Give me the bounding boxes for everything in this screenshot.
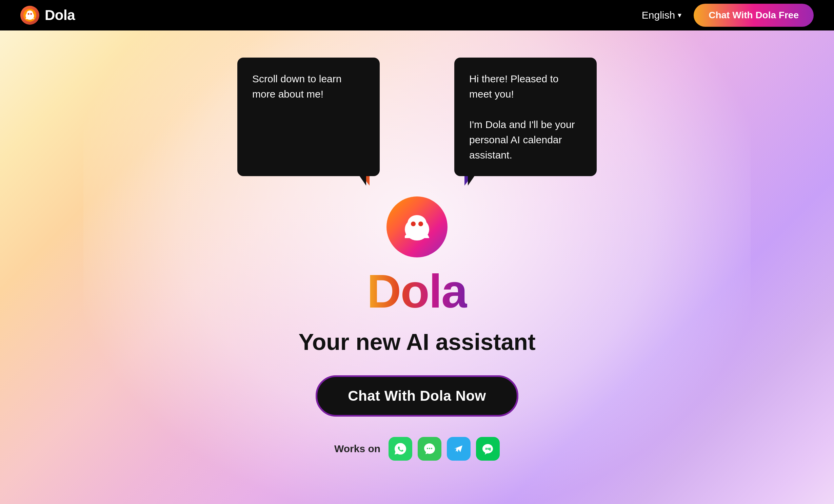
svg-point-8: [418, 222, 423, 226]
svg-point-4: [30, 13, 32, 15]
brand-name-nav: Dola: [45, 7, 75, 23]
svg-point-6: [408, 215, 426, 231]
svg-point-11: [431, 448, 432, 449]
right-bubble-text-line1: Hi there! Pleased to meet you!: [469, 73, 558, 100]
navbar-logo: Dola: [20, 6, 75, 25]
hero-tagline: Your new AI assistant: [298, 329, 535, 355]
works-on-row: Works on: [334, 437, 500, 461]
hero-center: Dola Your new AI assistant Chat With Dol…: [298, 196, 535, 461]
works-on-label: Works on: [334, 443, 380, 455]
svg-point-3: [28, 13, 29, 15]
chat-with-dola-hero-button[interactable]: Chat With Dola Now: [316, 375, 518, 417]
imessage-icon: [418, 437, 441, 461]
logo-icon: [20, 6, 39, 25]
whatsapp-icon: [389, 437, 412, 461]
chevron-down-icon: ▾: [678, 11, 681, 20]
navbar-right: English ▾ Chat With Dola Free: [642, 4, 814, 27]
svg-point-10: [429, 448, 430, 449]
svg-point-7: [411, 222, 416, 226]
svg-point-9: [427, 448, 428, 449]
bubbles-row: Scroll down to learn more about me! Hi t…: [0, 58, 834, 176]
line-icon: [476, 437, 500, 461]
hero-section: Scroll down to learn more about me! Hi t…: [0, 30, 834, 504]
hero-brand-name: Dola: [367, 268, 467, 315]
right-bubble-text-line2: I'm Dola and I'll be your personal AI ca…: [469, 119, 575, 161]
platform-icons: [389, 437, 500, 461]
language-label: English: [642, 9, 675, 21]
left-bubble-text: Scroll down to learn more about me!: [252, 73, 341, 100]
language-selector[interactable]: English ▾: [642, 9, 681, 21]
telegram-icon: [447, 437, 471, 461]
navbar: Dola English ▾ Chat With Dola Free: [0, 0, 834, 30]
left-speech-bubble: Scroll down to learn more about me!: [237, 58, 380, 176]
svg-point-2: [27, 10, 33, 16]
chat-with-dola-nav-button[interactable]: Chat With Dola Free: [694, 4, 814, 27]
hero-logo: [386, 196, 448, 257]
right-speech-bubble: Hi there! Pleased to meet you! I'm Dola …: [454, 58, 597, 176]
